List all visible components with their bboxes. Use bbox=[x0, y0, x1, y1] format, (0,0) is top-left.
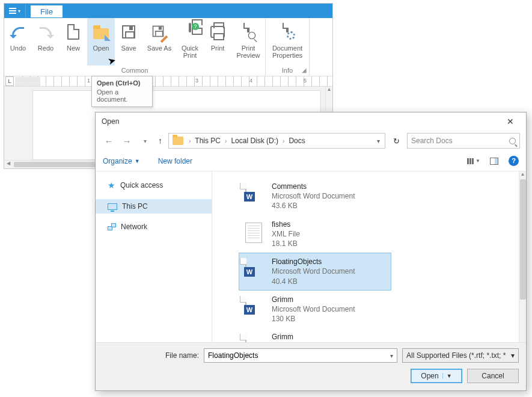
print-button[interactable]: Print bbox=[204, 18, 231, 66]
search-input[interactable]: Search Docs bbox=[407, 133, 520, 149]
titlebar: ▾ File bbox=[4, 4, 332, 18]
crumb-drive[interactable]: Local Disk (D:) bbox=[230, 137, 280, 145]
filename-input[interactable]: FloatingObjects ▾ bbox=[204, 348, 397, 363]
arrow-up-icon: ↑ bbox=[158, 136, 162, 146]
file-type: Microsoft Word Document bbox=[272, 191, 355, 201]
file-name: Grimm bbox=[272, 332, 326, 342]
refresh-button[interactable]: ↻ bbox=[389, 137, 403, 146]
chevron-down-icon: ▾ bbox=[144, 138, 147, 144]
file-size: 18.1 KB bbox=[272, 239, 300, 248]
ruler-ticks: 1 2 3 4 5 bbox=[15, 76, 332, 87]
ruler[interactable]: L 1 2 3 4 5 bbox=[4, 76, 332, 87]
ribbon-group-common: Undo Redo New Open Save bbox=[4, 18, 266, 76]
ribbon-group-info: Document Properties Info◢ bbox=[266, 18, 310, 76]
help-button[interactable]: ? bbox=[509, 156, 519, 166]
save-as-button[interactable]: Save As bbox=[142, 18, 176, 66]
organize-menu[interactable]: Organize▼ bbox=[103, 157, 140, 165]
nav-this-pc[interactable]: This PC bbox=[96, 199, 212, 214]
up-button[interactable]: ↑ bbox=[156, 136, 165, 146]
filter-text: All Supported Files (*.rtf; *.txt; * bbox=[406, 351, 506, 360]
undo-label: Undo bbox=[10, 45, 26, 52]
print-preview-icon bbox=[238, 22, 258, 42]
file-size: 43.6 KB bbox=[272, 201, 355, 211]
file-item[interactable]: WFloatingObjectsMicrosoft Word Document4… bbox=[239, 253, 391, 291]
undo-button[interactable]: Undo bbox=[4, 18, 32, 66]
file-item[interactable]: WCommentsMicrosoft Word Document43.6 KB bbox=[239, 177, 391, 215]
back-button[interactable]: ← bbox=[102, 134, 116, 148]
file-type: Microsoft Word Document bbox=[272, 304, 355, 314]
dialog-title: Open bbox=[102, 117, 119, 126]
chevron-down-icon[interactable]: ▾ bbox=[390, 352, 393, 359]
toolbar-row: Organize▼ New folder ▼ ? bbox=[96, 151, 526, 171]
new-label: New bbox=[67, 45, 80, 52]
scroll-left-icon[interactable]: ◀ bbox=[4, 161, 13, 166]
filename-value: FloatingObjects bbox=[208, 351, 258, 360]
cancel-button[interactable]: Cancel bbox=[467, 369, 519, 383]
recent-dropdown[interactable]: ▾ bbox=[138, 134, 152, 148]
new-icon bbox=[63, 22, 84, 42]
forward-button[interactable]: → bbox=[120, 134, 134, 148]
new-button[interactable]: New bbox=[60, 18, 87, 66]
scroll-thumb[interactable] bbox=[520, 179, 526, 300]
app-menu-icon[interactable]: ▾ bbox=[4, 4, 26, 18]
doc-properties-button[interactable]: Document Properties bbox=[266, 18, 309, 66]
file-type-filter[interactable]: All Supported Files (*.rtf; *.txt; * ▾ bbox=[402, 348, 519, 363]
side-nav: ★ Quick access This PC Network bbox=[96, 171, 212, 342]
arrow-left-icon: ← bbox=[105, 136, 114, 146]
nav-row: ← → ▾ ↑ › This PC › Local Disk (D:) › Do… bbox=[96, 131, 526, 151]
open-confirm-button[interactable]: Open▼ bbox=[411, 369, 462, 383]
view-mode-button[interactable]: ▼ bbox=[465, 155, 482, 168]
nav-quick-access[interactable]: ★ Quick access bbox=[96, 177, 212, 193]
chevron-down-icon[interactable]: ▼ bbox=[442, 373, 452, 379]
nav-network[interactable]: Network bbox=[96, 220, 212, 234]
quick-print-button[interactable]: ? Quick Print bbox=[176, 18, 204, 66]
save-as-icon bbox=[149, 22, 170, 42]
ruler-l-marker[interactable]: L bbox=[5, 76, 14, 86]
file-item[interactable]: fishesXML File18.1 KB bbox=[239, 215, 391, 253]
tooltip-body: Open a document. bbox=[97, 88, 147, 103]
save-button[interactable]: Save bbox=[115, 18, 142, 66]
undo-icon bbox=[8, 22, 28, 42]
file-item[interactable]: WGrimmRich Text Format864 KB bbox=[239, 328, 391, 342]
print-icon bbox=[207, 22, 228, 42]
filelist-scrollbar[interactable]: ▲ bbox=[519, 171, 526, 342]
preview-pane-button[interactable] bbox=[486, 155, 503, 168]
group-title-common: Common bbox=[4, 66, 265, 76]
print-preview-button[interactable]: Print Preview bbox=[231, 18, 265, 66]
dialog-footer: File name: FloatingObjects ▾ All Support… bbox=[96, 342, 526, 390]
file-type: Microsoft Word Document bbox=[272, 266, 355, 276]
chevron-right-icon[interactable]: › bbox=[280, 138, 287, 144]
dialog-launcher-icon[interactable]: ◢ bbox=[302, 67, 307, 73]
folder-icon bbox=[173, 137, 183, 145]
save-label: Save bbox=[121, 45, 136, 52]
chevron-right-icon[interactable]: › bbox=[186, 138, 194, 144]
dialog-titlebar[interactable]: Open ✕ bbox=[96, 112, 526, 131]
breadcrumb-bar[interactable]: › This PC › Local Disk (D:) › Docs ▾ bbox=[168, 133, 385, 149]
arrow-right-icon: → bbox=[123, 136, 132, 146]
monitor-icon bbox=[108, 203, 117, 210]
quick-print-icon: ? bbox=[180, 22, 200, 42]
address-dropdown[interactable]: ▾ bbox=[373, 138, 384, 144]
scroll-up-icon[interactable]: ▲ bbox=[519, 171, 526, 179]
close-button[interactable]: ✕ bbox=[498, 114, 522, 129]
new-folder-button[interactable]: New folder bbox=[158, 157, 192, 165]
file-name: Comments bbox=[272, 182, 355, 191]
crumb-folder[interactable]: Docs bbox=[287, 137, 306, 145]
file-item[interactable]: WGrimmMicrosoft Word Document130 KB bbox=[239, 291, 391, 328]
redo-label: Redo bbox=[38, 45, 54, 52]
tab-file[interactable]: File bbox=[31, 5, 63, 17]
file-type: XML File bbox=[272, 229, 300, 239]
scroll-up-icon[interactable]: ▲ bbox=[326, 87, 332, 94]
word-doc-icon: W bbox=[245, 258, 246, 269]
tooltip-title: Open (Ctrl+O) bbox=[97, 79, 147, 87]
redo-button[interactable]: Redo bbox=[32, 18, 60, 66]
crumb-thispc[interactable]: This PC bbox=[194, 137, 222, 145]
refresh-icon: ↻ bbox=[393, 137, 400, 146]
save-as-label: Save As bbox=[147, 45, 171, 52]
chevron-right-icon[interactable]: › bbox=[222, 138, 230, 144]
doc-properties-label: Document Properties bbox=[266, 45, 309, 59]
file-list[interactable]: WCommentsMicrosoft Word Document43.6 KBf… bbox=[212, 171, 526, 342]
file-name: fishes bbox=[272, 220, 300, 229]
chevron-down-icon: ▾ bbox=[377, 138, 380, 144]
star-icon: ★ bbox=[108, 180, 115, 190]
